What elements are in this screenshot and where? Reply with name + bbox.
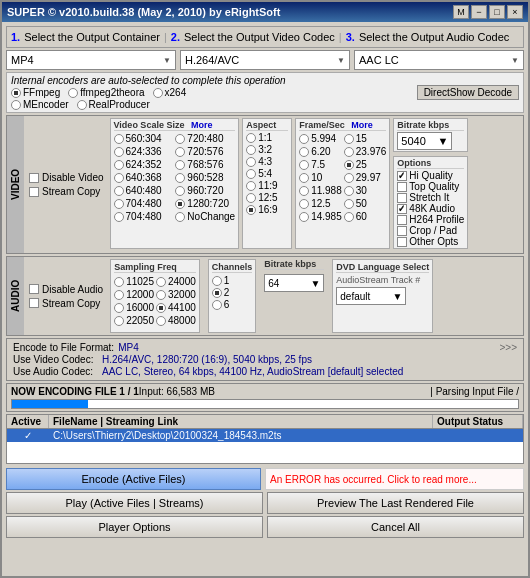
error-message[interactable]: An ERROR has occurred. Click to read mor…: [265, 468, 524, 490]
scale-720-480[interactable]: 720:480: [175, 133, 235, 144]
scale-768-576[interactable]: 768:576: [175, 159, 235, 170]
opt-48k-audio[interactable]: ✓48K Audio: [397, 203, 464, 214]
fps-125[interactable]: 12.5: [299, 198, 342, 209]
scale-nochange[interactable]: NoChange: [175, 211, 235, 222]
fps-23976[interactable]: 23.976: [344, 146, 387, 157]
freq-48000[interactable]: 48000: [156, 315, 196, 326]
fps-2997[interactable]: 29.97: [344, 172, 387, 183]
aspect-5-4[interactable]: 5:4: [246, 168, 288, 179]
scale-624-336[interactable]: 624:336: [114, 146, 174, 157]
audio-bitrate-combo[interactable]: 64 ▼: [264, 274, 324, 292]
fps-14985[interactable]: 14.985: [299, 211, 342, 222]
opt-hi-quality[interactable]: ✓Hi Quality: [397, 170, 464, 181]
opt-h264-profile[interactable]: H264 Profile: [397, 214, 464, 225]
preview-button[interactable]: Preview The Last Rendered File: [267, 492, 524, 514]
cancel-all-button[interactable]: Cancel All: [267, 516, 524, 538]
maximize-button[interactable]: □: [489, 5, 505, 19]
encoder-ffmpeg[interactable]: FFmpeg: [11, 87, 60, 98]
freq-11025[interactable]: 11025: [114, 276, 154, 287]
aspect-4-3[interactable]: 4:3: [246, 156, 288, 167]
encode-button[interactable]: Encode (Active Files): [6, 468, 261, 490]
file-row[interactable]: ✓ C:\Users\Thierry2\Desktop\20100324_184…: [7, 429, 523, 442]
scale-560[interactable]: 560:304: [114, 133, 174, 144]
container-combo[interactable]: MP4 ▼: [6, 50, 176, 70]
output-format-value: MP4: [118, 342, 139, 353]
aspect-12-5[interactable]: 12:5: [246, 192, 288, 203]
audio-codec-combo[interactable]: AAC LC ▼: [354, 50, 524, 70]
scale-704-480[interactable]: 704:480: [114, 198, 174, 209]
scale-960-528[interactable]: 960:528: [175, 172, 235, 183]
window-title: SUPER © v2010.build.38 (May 2, 2010) by …: [7, 6, 280, 18]
progress-header: NOW ENCODING FILE 1 / 1 Input: 66,583 MB…: [11, 386, 519, 397]
freq-32000[interactable]: 32000: [156, 289, 196, 300]
video-codec-combo-arrow: ▼: [337, 56, 345, 65]
freq-24000[interactable]: 24000: [156, 276, 196, 287]
encoders-row: Internal encoders are auto-selected to c…: [6, 72, 524, 113]
freq-12000[interactable]: 12000: [114, 289, 154, 300]
scale-640-480[interactable]: 640:480: [114, 185, 174, 196]
directshow-button[interactable]: DirectShow Decode: [417, 85, 519, 100]
scale-640-368[interactable]: 640:368: [114, 172, 174, 183]
fps-11988[interactable]: 11.988: [299, 185, 342, 196]
aspect-11-9[interactable]: 11:9: [246, 180, 288, 191]
fps-25[interactable]: 25: [344, 159, 387, 170]
audio-bitrate-area: Bitrate kbps 64 ▼: [264, 259, 324, 333]
output-panel: Encode to File Format: MP4 >>> Use Video…: [6, 338, 524, 381]
fps-5994[interactable]: 5.994: [299, 133, 342, 144]
file-active: ✓: [7, 430, 49, 441]
fps-10[interactable]: 10: [299, 172, 342, 183]
bottom-area: Encode (Active Files) An ERROR has occur…: [6, 466, 524, 540]
close-button[interactable]: ×: [507, 5, 523, 19]
ch-6[interactable]: 6: [212, 299, 253, 310]
video-codec-combo[interactable]: H.264/AVC ▼: [180, 50, 350, 70]
disable-video-check[interactable]: Disable Video: [29, 172, 104, 183]
aspect-1-1[interactable]: 1:1: [246, 132, 288, 143]
encoder-mencoder[interactable]: MEncoder: [11, 99, 69, 110]
main-content: 1. Select the Output Container | 2. Sele…: [2, 22, 528, 576]
progress-bar: [11, 399, 519, 409]
fps-75[interactable]: 7.5: [299, 159, 342, 170]
options-section: Options ✓Hi Quality Top Quality Stretch …: [393, 156, 468, 249]
fps-50[interactable]: 50: [344, 198, 387, 209]
scale-1280-720[interactable]: 1280:720: [175, 198, 235, 209]
minimize-button[interactable]: −: [471, 5, 487, 19]
player-options-button[interactable]: Player Options: [6, 516, 263, 538]
fps-30[interactable]: 30: [344, 185, 387, 196]
title-m-btn[interactable]: M: [453, 5, 469, 19]
opt-other[interactable]: Other Opts: [397, 236, 464, 247]
ch-2[interactable]: 2: [212, 287, 253, 298]
scale-720-576[interactable]: 720:576: [175, 146, 235, 157]
encoder-x264[interactable]: x264: [153, 87, 187, 98]
scale-624-352[interactable]: 624:352: [114, 159, 174, 170]
scale-704-480b[interactable]: 704:480: [114, 211, 174, 222]
bitrate-arrow: ▼: [437, 135, 448, 147]
progress-parsing: | Parsing Input File /: [430, 386, 519, 397]
encoder-ffmpeg2theora[interactable]: ffmpeg2theora: [68, 87, 144, 98]
fps-15[interactable]: 15: [344, 133, 387, 144]
encoder-radios: FFmpeg ffmpeg2theora x264: [11, 87, 286, 98]
ch-1[interactable]: 1: [212, 275, 253, 286]
stream-copy-check[interactable]: Stream Copy: [29, 186, 104, 197]
encoder-realproducer[interactable]: RealProducer: [77, 99, 150, 110]
step1-label: Select the Output Container: [24, 31, 160, 43]
scale-960-720[interactable]: 960:720: [175, 185, 235, 196]
aspect-3-2[interactable]: 3:2: [246, 144, 288, 155]
encoders-notice: Internal encoders are auto-selected to c…: [11, 75, 286, 86]
file-list: Active FileName | Streaming Link Output …: [6, 414, 524, 464]
aspect-16-9[interactable]: 16:9: [246, 204, 288, 215]
opt-stretch[interactable]: Stretch It: [397, 192, 464, 203]
audio-stream-copy-check[interactable]: Stream Copy: [29, 298, 103, 309]
progress-bar-fill: [12, 400, 88, 408]
play-button[interactable]: Play (Active Files | Streams): [6, 492, 263, 514]
video-panel-content: Disable Video Stream Copy Video Scale Si…: [25, 116, 523, 253]
opt-top-quality[interactable]: Top Quality: [397, 181, 464, 192]
dvd-combo[interactable]: default ▼: [336, 287, 406, 305]
opt-crop-pad[interactable]: Crop / Pad: [397, 225, 464, 236]
fps-620[interactable]: 6.20: [299, 146, 342, 157]
freq-22050[interactable]: 22050: [114, 315, 154, 326]
freq-16000[interactable]: 16000: [114, 302, 154, 313]
fps-60[interactable]: 60: [344, 211, 387, 222]
bitrate-section: Bitrate kbps 5040 ▼: [393, 118, 468, 152]
freq-44100[interactable]: 44100: [156, 302, 196, 313]
disable-audio-check[interactable]: Disable Audio: [29, 284, 103, 295]
